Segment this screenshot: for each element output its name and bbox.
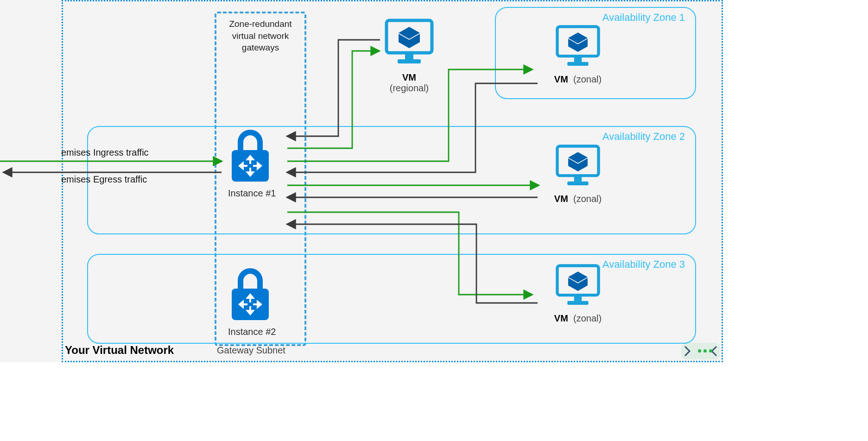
instance-2-label: Instance #2	[228, 327, 276, 337]
monitor-icon	[384, 18, 435, 69]
az2-title: Availability Zone 2	[602, 131, 685, 143]
svg-rect-24	[567, 182, 588, 185]
monitor-icon	[552, 24, 603, 70]
monitor-icon	[552, 263, 603, 309]
vm-zone1: VM (zonal)	[552, 24, 603, 85]
vm-z3-name: VM	[554, 313, 568, 323]
vm-regional-type: (regional)	[384, 83, 435, 94]
az3-title: Availability Zone 3	[602, 258, 685, 271]
vnet-title: Your Virtual Network	[65, 344, 174, 357]
vm-z2-type: (zonal)	[573, 194, 602, 204]
svg-rect-23	[574, 176, 582, 182]
availability-zone-3: Availability Zone 3	[87, 254, 696, 344]
vm-regional: VM (regional)	[384, 18, 435, 94]
availability-zone-2: Availability Zone 2	[87, 126, 696, 234]
vm-zone3: VM (zonal)	[552, 263, 603, 324]
az1-title: Availability Zone 1	[602, 12, 685, 24]
lock-icon	[228, 128, 272, 183]
gateway-instance-2: Instance #2	[228, 266, 276, 337]
svg-rect-11	[405, 53, 413, 59]
badge-dots	[698, 349, 712, 353]
vm-z2-name: VM	[554, 194, 568, 204]
vm-z1-type: (zonal)	[573, 74, 602, 84]
gateway-subnet-heading: Zone-redundant virtual network gateways	[216, 13, 304, 54]
overlay-badge	[681, 343, 720, 359]
vm-regional-name: VM	[402, 72, 416, 82]
svg-rect-18	[567, 62, 588, 66]
vm-zone2: VM (zonal)	[552, 144, 603, 204]
monitor-icon	[552, 144, 603, 190]
egress-traffic-label: emises Egress traffic	[61, 174, 147, 185]
vm-z3-type: (zonal)	[573, 313, 602, 323]
gateway-subnet-label: Gateway Subnet	[217, 345, 285, 356]
lock-icon	[228, 266, 272, 322]
instance-1-label: Instance #1	[228, 188, 276, 199]
ingress-traffic-label: emises Ingress traffic	[61, 147, 149, 158]
svg-rect-12	[398, 59, 421, 63]
svg-rect-29	[574, 295, 582, 301]
vm-z1-name: VM	[554, 74, 568, 84]
gateway-instance-1: Instance #1	[228, 128, 276, 199]
svg-rect-17	[574, 56, 582, 62]
svg-rect-30	[567, 301, 588, 305]
vnet-diagram: Your Virtual Network Zone-redundant virt…	[0, 0, 723, 362]
